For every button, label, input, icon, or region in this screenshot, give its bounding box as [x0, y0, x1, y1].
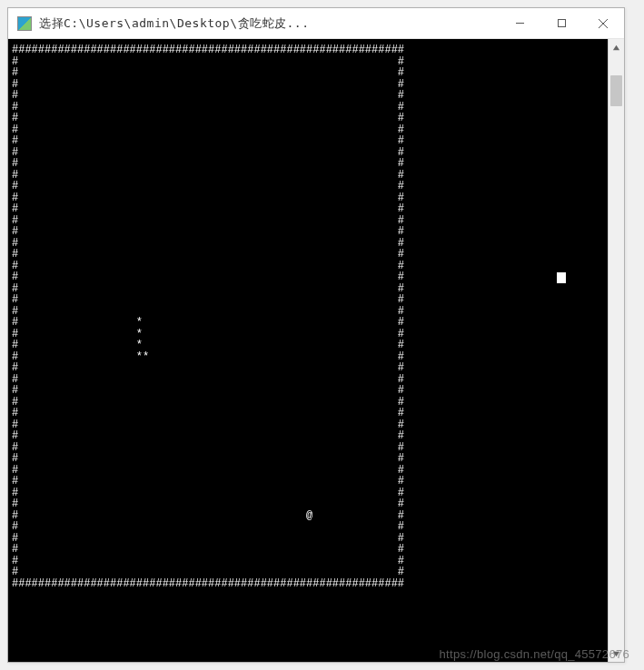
window-title: 选择C:\Users\admin\Desktop\贪吃蛇皮...	[39, 15, 499, 32]
scroll-down-button[interactable]	[609, 645, 624, 662]
close-button[interactable]	[582, 8, 624, 38]
game-board: ########################################…	[12, 44, 404, 589]
scrollbar-thumb[interactable]	[610, 75, 622, 106]
client-area: ########################################…	[8, 39, 624, 662]
maximize-button[interactable]	[540, 8, 582, 38]
vertical-scrollbar[interactable]	[608, 39, 624, 662]
titlebar[interactable]: 选择C:\Users\admin\Desktop\贪吃蛇皮...	[8, 8, 624, 39]
minimize-button[interactable]	[499, 8, 540, 38]
app-icon	[17, 16, 32, 31]
app-window: 选择C:\Users\admin\Desktop\贪吃蛇皮... #######…	[7, 7, 625, 663]
scroll-up-button[interactable]	[609, 39, 624, 55]
console-viewport[interactable]: ########################################…	[8, 39, 608, 662]
svg-rect-0	[558, 20, 565, 27]
text-cursor	[557, 272, 566, 283]
window-controls	[499, 8, 624, 38]
